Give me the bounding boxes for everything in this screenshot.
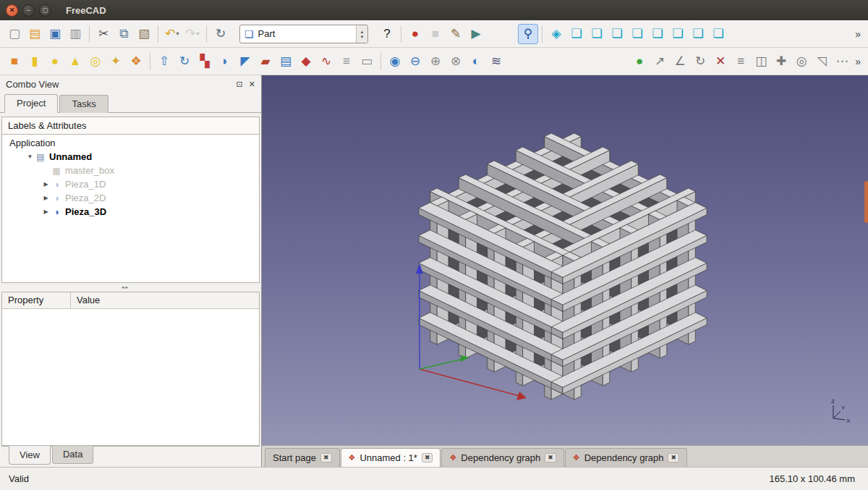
tree-expander-icon[interactable]: ▶	[41, 195, 51, 201]
new-document-button[interactable]: ▢	[4, 24, 25, 44]
part-chamfer-button[interactable]: ◤	[235, 51, 255, 72]
toolbar-overflow-icon[interactable]: »	[852, 56, 864, 67]
undo-button[interactable]: ↶	[162, 24, 182, 44]
part-sweep-button[interactable]: ∿	[316, 51, 336, 72]
window-maximize-button[interactable]: ◻	[39, 4, 51, 17]
part-revolve-button[interactable]: ↻	[174, 51, 195, 72]
view-bottom-button[interactable]: ❏	[647, 24, 668, 44]
paste-button[interactable]: ▧	[134, 24, 154, 44]
measure-lock-button[interactable]: ●	[629, 51, 650, 72]
save-button[interactable]: ▣	[45, 24, 65, 44]
close-tab-icon[interactable]: ✖	[422, 453, 433, 462]
tab-project[interactable]: Project	[4, 94, 58, 113]
window-close-button[interactable]: ✕	[6, 4, 18, 17]
doc-tab-start-page[interactable]: Start page ✖	[265, 448, 340, 467]
measure-angle-button[interactable]: ◹	[812, 51, 832, 72]
panel-close-icon[interactable]: ✕	[249, 80, 255, 88]
part-sphere-button[interactable]: ●	[45, 51, 65, 72]
part-cylinder-button[interactable]: ▮	[25, 51, 45, 72]
part-union-button[interactable]: ⊕	[425, 51, 446, 72]
part-loft-button[interactable]: ◆	[296, 51, 316, 72]
part-fillet-button[interactable]: ◗	[215, 51, 235, 72]
doc-tab-unnamed[interactable]: ❖ Unnamed : 1* ✖	[341, 448, 441, 467]
measure-toggle-all-button[interactable]: ≡	[731, 51, 751, 72]
tab-data[interactable]: Data	[52, 446, 93, 464]
view-rotate-left-button[interactable]: ❏	[688, 24, 708, 44]
part-shape-builder-button[interactable]: ❖	[126, 51, 146, 72]
doc-tab-dependency-graph-1[interactable]: ❖ Dependency graph ✖	[441, 448, 563, 467]
view-front-button[interactable]: ❏	[566, 24, 587, 44]
part-mirror-button[interactable]: ▚	[195, 51, 215, 72]
close-tab-icon[interactable]: ✖	[668, 453, 679, 462]
tree-expander-icon[interactable]: ▶	[41, 208, 51, 215]
toolbar-overflow-icon[interactable]: »	[852, 28, 864, 40]
part-section-button[interactable]: ◐	[466, 51, 486, 72]
view-rear-button[interactable]: ❏	[627, 24, 647, 44]
view-isometric-button[interactable]: ◈	[546, 24, 566, 44]
tree-item-pieza-1d[interactable]: ▶ ◑ Pieza_1D	[2, 177, 259, 191]
macro-edit-button[interactable]: ✎	[446, 24, 466, 44]
zoom-fit-button[interactable]: ⚲	[518, 24, 538, 44]
part-cross-sections-button[interactable]: ≋	[486, 51, 506, 72]
view-left-button[interactable]: ❏	[668, 24, 688, 44]
property-column-header[interactable]: Property	[2, 292, 71, 308]
tab-view[interactable]: View	[9, 446, 51, 465]
view-rotate-right-button[interactable]: ❏	[708, 24, 728, 44]
measure-toggle-delta-button[interactable]: ✚	[771, 51, 791, 72]
print-button[interactable]: ▥	[65, 24, 85, 44]
tree-item-pieza-3d[interactable]: ▶ ◑ Pieza_3D	[2, 205, 259, 219]
part-box-button[interactable]: ■	[4, 51, 25, 72]
measure-angular-button[interactable]: ∠	[670, 51, 690, 72]
workbench-selector[interactable]: ❏ Part ▴ ▾	[239, 25, 368, 43]
model-tree[interactable]: Application ▼ ▤ Unnamed ▦ master_box ▶ ◑…	[1, 135, 260, 283]
open-button[interactable]: ▤	[25, 24, 45, 44]
part-boolean-button[interactable]: ◉	[385, 51, 405, 72]
splitter-handle[interactable]: ◂ ▸	[0, 283, 261, 292]
workbench-dropdown-arrows[interactable]: ▴ ▾	[356, 25, 367, 43]
part-make-face-button[interactable]: ▰	[255, 51, 276, 72]
redo-button[interactable]: ↷	[182, 24, 203, 44]
tree-item-application[interactable]: Application	[2, 136, 259, 150]
tree-expander-icon[interactable]: ▶	[41, 181, 51, 187]
close-tab-icon[interactable]: ✖	[320, 453, 332, 462]
measure-more-button[interactable]: ⋯	[832, 51, 852, 72]
tree-item-pieza-2d[interactable]: ▶ ◑ Pieza_2D	[2, 191, 259, 205]
doc-tab-dependency-graph-2[interactable]: ❖ Dependency graph ✖	[565, 448, 687, 467]
measure-toggle-3d-button[interactable]: ◫	[751, 51, 771, 72]
tree-item-master-box[interactable]: ▦ master_box	[2, 164, 259, 177]
close-tab-icon[interactable]: ✖	[545, 453, 556, 462]
3d-viewport[interactable]: Z Y X	[262, 75, 868, 445]
part-thickness-button[interactable]: ▭	[357, 51, 377, 72]
macro-record-button[interactable]: ●	[405, 24, 425, 44]
part-ruled-surface-button[interactable]: ▤	[276, 51, 296, 72]
view-right-button[interactable]: ❏	[607, 24, 627, 44]
macro-stop-button[interactable]: ■	[425, 24, 446, 44]
tab-tasks[interactable]: Tasks	[59, 95, 108, 113]
part-torus-button[interactable]: ◎	[85, 51, 106, 72]
part-intersection-button[interactable]: ⊗	[446, 51, 466, 72]
measure-refresh-button[interactable]: ↻	[690, 51, 710, 72]
refresh-button[interactable]: ↻	[210, 24, 231, 44]
part-primitives-button[interactable]: ✦	[106, 51, 126, 72]
cut-button[interactable]: ✂	[93, 24, 114, 44]
part-cut-button[interactable]: ⊖	[405, 51, 425, 72]
property-table-body[interactable]	[2, 309, 259, 445]
copy-button[interactable]: ⧉	[114, 24, 134, 44]
macro-play-button[interactable]: ▶	[466, 24, 486, 44]
measure-linear-button[interactable]: ↗	[650, 51, 670, 72]
view-top-button[interactable]: ❏	[587, 24, 607, 44]
panel-float-icon[interactable]: ⊡	[237, 80, 243, 88]
tree-expander-icon[interactable]: ▼	[25, 153, 35, 160]
titlebar[interactable]: ✕ – ◻ FreeCAD	[0, 0, 868, 20]
tree-item-unnamed[interactable]: ▼ ▤ Unnamed	[2, 150, 259, 164]
viewport-overlay-scrollbar[interactable]	[864, 181, 868, 223]
part-extrude-button[interactable]: ⇧	[154, 51, 174, 72]
combo-view-header[interactable]: Combo View ⊡ ✕	[0, 75, 261, 93]
measure-clear-button[interactable]: ✕	[710, 51, 731, 72]
part-cone-button[interactable]: ▲	[65, 51, 85, 72]
part-offset-button[interactable]: ≡	[336, 51, 357, 72]
whats-this-button[interactable]: ?	[377, 24, 397, 44]
measure-circle-center-button[interactable]: ◎	[791, 51, 812, 72]
value-column-header[interactable]: Value	[71, 292, 259, 308]
window-minimize-button[interactable]: –	[22, 4, 35, 17]
